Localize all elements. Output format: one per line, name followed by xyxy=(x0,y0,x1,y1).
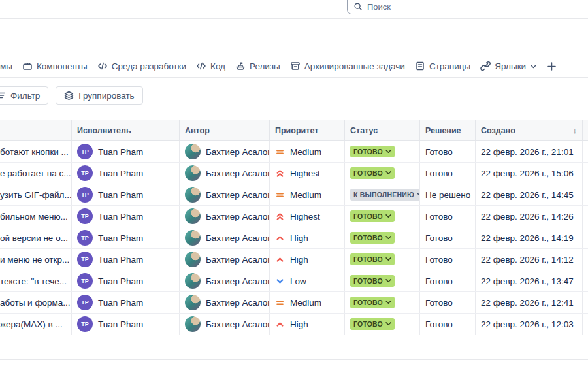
nav-tab-releases[interactable]: Релизы xyxy=(235,61,280,71)
status-badge[interactable]: ГОТОВО xyxy=(350,146,395,157)
task-summary[interactable]: аботы и форма... xyxy=(0,298,71,308)
column-header[interactable] xyxy=(0,120,72,140)
resolution-cell: Готово xyxy=(420,270,476,291)
table-row[interactable]: ботают кнопки ... TP Tuan Pham Бахтиер А… xyxy=(0,141,588,163)
assignee-cell: TP Tuan Pham xyxy=(72,206,180,227)
add-tab-button[interactable] xyxy=(547,61,557,71)
table-row[interactable]: ой версии не о... TP Tuan Pham Бахтиер А… xyxy=(0,227,588,249)
table-row[interactable]: и меню не откр... TP Tuan Pham Бахтиер А… xyxy=(0,249,588,270)
created-cell: 22 февр. 2026 г., 14:26 xyxy=(476,206,583,227)
column-header[interactable]: Статус xyxy=(345,120,420,140)
filter-button[interactable]: Фильтр xyxy=(0,86,48,105)
priority-label: Highest xyxy=(290,169,320,178)
assignee-name: Tuan Pham xyxy=(98,212,143,221)
status-badge[interactable]: ГОТОВО xyxy=(350,318,395,330)
created-date: 22 февр. 2026 г., 12:41 xyxy=(481,298,574,308)
assignee-name: Tuan Pham xyxy=(98,276,143,286)
priority-low-icon xyxy=(275,276,285,286)
status-badge[interactable]: ГОТОВО xyxy=(350,297,395,308)
summary-cell: е работает на с... xyxy=(0,163,72,184)
assignee-cell: TP Tuan Pham xyxy=(72,227,180,248)
layers-icon xyxy=(64,91,74,101)
nav-tab-components[interactable]: Компоненты xyxy=(22,61,88,71)
table-row[interactable]: тексте: "в тече... TP Tuan Pham Бахтиер … xyxy=(0,270,588,292)
search-box[interactable] xyxy=(347,0,588,14)
group-button[interactable]: Группировать xyxy=(56,86,142,105)
task-summary[interactable]: тексте: "в тече... xyxy=(0,276,67,286)
component-icon xyxy=(22,61,33,71)
column-header[interactable]: Приоритет xyxy=(270,120,345,140)
nav-tab-label: Код xyxy=(210,61,225,71)
author-name: Бахтиер Асалов xyxy=(206,233,270,243)
resolution-text: Готово xyxy=(425,212,453,221)
column-header[interactable]: Создано ↓ xyxy=(476,120,583,140)
created-cell: 22 февр. 2026 г., 21:01 xyxy=(476,141,583,162)
search-input[interactable] xyxy=(367,0,583,14)
task-summary[interactable]: ой версии не о... xyxy=(0,233,68,243)
nav-tab-archived-tasks[interactable]: Архивированные задачи xyxy=(290,61,405,71)
toolbar: Фильтр Группировать xyxy=(0,86,143,105)
table-row[interactable]: е работает на с... TP Tuan Pham Бахтиер … xyxy=(0,163,588,184)
status-badge[interactable]: ГОТОВО xyxy=(350,232,395,244)
author-avatar xyxy=(185,316,201,332)
column-header-label: Решение xyxy=(425,126,461,135)
summary-cell: тексте: "в тече... xyxy=(0,270,72,291)
task-summary[interactable]: и меню не откр... xyxy=(0,255,69,265)
status-badge-label: ГОТОВО xyxy=(353,320,383,328)
status-badge[interactable]: ГОТОВО xyxy=(350,275,395,287)
task-summary[interactable]: жера(MAX) в ... xyxy=(0,319,63,329)
resolution-cell: Готово xyxy=(420,292,476,313)
status-badge[interactable]: К ВЫПОЛНЕНИЮ xyxy=(350,189,420,201)
column-header[interactable]: Исполнитель xyxy=(72,120,180,140)
author-name: Бахтиер Асалов xyxy=(206,212,270,221)
column-header[interactable]: Решение xyxy=(420,120,476,140)
table-row[interactable]: жера(MAX) в ... TP Tuan Pham Бахтиер Аса… xyxy=(0,314,588,335)
assignee-avatar: TP xyxy=(77,165,93,181)
status-badge-label: ГОТОВО xyxy=(353,234,383,242)
summary-cell: бильном меню... xyxy=(0,206,72,227)
table-row[interactable]: бильном меню... TP Tuan Pham Бахтиер Аса… xyxy=(0,206,588,227)
priority-medium-icon xyxy=(275,298,285,308)
task-summary[interactable]: е работает на с... xyxy=(0,169,71,178)
task-summary[interactable]: бильном меню... xyxy=(0,212,68,221)
app-window: мы Компоненты Среда разработки Код Релиз… xyxy=(0,0,588,392)
author-cell: Бахтиер Асалов xyxy=(180,314,270,335)
status-badge[interactable]: ГОТОВО xyxy=(350,210,395,222)
chevron-down-icon xyxy=(385,214,391,218)
priority-label: High xyxy=(290,233,308,243)
author-name: Бахтиер Асалов xyxy=(206,276,270,286)
task-summary[interactable]: узить GIF-файл... xyxy=(0,190,72,200)
nav-tab-cut[interactable]: мы xyxy=(0,61,12,71)
task-summary[interactable]: ботают кнопки ... xyxy=(0,147,69,157)
table-row[interactable]: аботы и форма... TP Tuan Pham Бахтиер Ас… xyxy=(0,292,588,314)
sort-desc-icon[interactable]: ↓ xyxy=(573,125,578,135)
chevron-down-icon xyxy=(385,236,391,240)
status-cell: ГОТОВО xyxy=(345,227,420,248)
assignee-name: Tuan Pham xyxy=(98,190,143,200)
code-icon xyxy=(196,61,206,71)
status-badge[interactable]: ГОТОВО xyxy=(350,253,395,265)
nav-tab-dev-environment[interactable]: Среда разработки xyxy=(97,61,186,71)
resolution-text: Готово xyxy=(425,169,453,178)
priority-label: High xyxy=(290,255,308,265)
chevron-down-icon xyxy=(385,322,391,326)
status-badge-label: ГОТОВО xyxy=(353,277,383,285)
summary-cell: аботы и форма... xyxy=(0,292,72,313)
nav-tab-pages[interactable]: Страницы xyxy=(415,61,470,71)
nav-tab-code[interactable]: Код xyxy=(196,61,225,71)
created-date: 22 февр. 2026 г., 14:45 xyxy=(481,190,574,200)
column-header[interactable]: Автор xyxy=(180,120,270,140)
author-cell: Бахтиер Асалов xyxy=(180,270,270,291)
status-badge[interactable]: ГОТОВО xyxy=(350,167,395,179)
column-header-label: Приоритет xyxy=(275,126,318,135)
author-avatar xyxy=(185,252,201,267)
author-cell: Бахтиер Асалов xyxy=(180,184,270,205)
assignee-name: Tuan Pham xyxy=(98,298,143,308)
table-row[interactable]: узить GIF-файл... TP Tuan Pham Бахтиер А… xyxy=(0,184,588,206)
created-cell: 22 февр. 2026 г., 14:45 xyxy=(476,184,583,205)
author-name: Бахтиер Асалов xyxy=(206,147,270,157)
table-header-row: Исполнитель Автор Приоритет Статус Решен… xyxy=(0,120,588,141)
priority-cell: Highest xyxy=(270,163,345,184)
nav-divider xyxy=(0,77,588,78)
nav-tab-labels[interactable]: Ярлыки xyxy=(480,61,537,71)
